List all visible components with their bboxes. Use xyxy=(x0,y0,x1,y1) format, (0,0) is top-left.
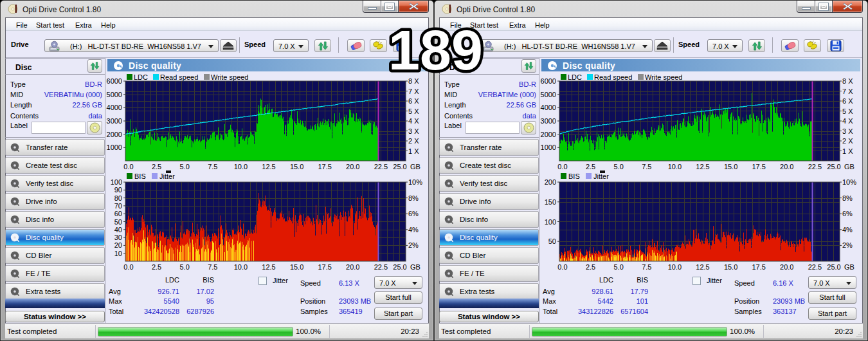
svg-text:189: 189 xyxy=(388,18,483,82)
